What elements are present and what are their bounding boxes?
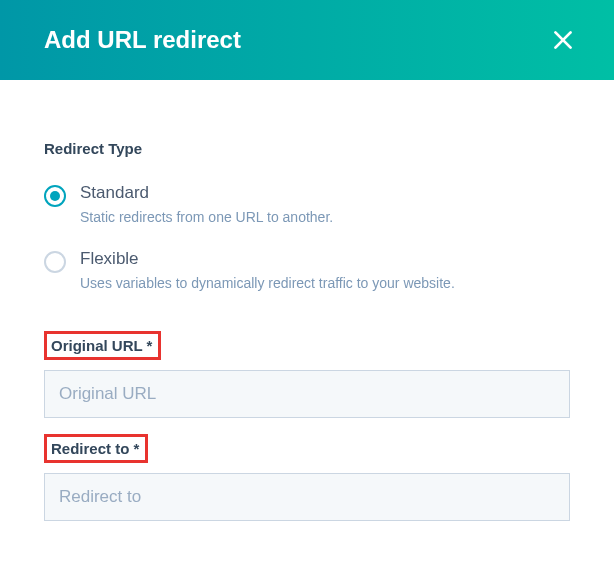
radio-title-flexible: Flexible — [80, 249, 570, 269]
radio-button-standard[interactable] — [44, 185, 66, 207]
radio-text-flexible: Flexible Uses variables to dynamically r… — [80, 249, 570, 291]
radio-title-standard: Standard — [80, 183, 570, 203]
original-url-label: Original URL * — [44, 331, 161, 360]
radio-option-standard[interactable]: Standard Static redirects from one URL t… — [44, 183, 570, 225]
radio-dot-icon — [50, 191, 60, 201]
modal-title: Add URL redirect — [44, 26, 241, 54]
redirect-to-input[interactable] — [44, 473, 570, 521]
redirect-type-label: Redirect Type — [44, 140, 570, 157]
radio-option-flexible[interactable]: Flexible Uses variables to dynamically r… — [44, 249, 570, 291]
radio-button-flexible[interactable] — [44, 251, 66, 273]
modal-header: Add URL redirect — [0, 0, 614, 80]
radio-text-standard: Standard Static redirects from one URL t… — [80, 183, 570, 225]
modal-content: Redirect Type Standard Static redirects … — [0, 80, 614, 521]
original-url-input[interactable] — [44, 370, 570, 418]
close-icon[interactable] — [550, 27, 576, 53]
radio-desc-flexible: Uses variables to dynamically redirect t… — [80, 275, 570, 291]
redirect-to-label: Redirect to * — [44, 434, 148, 463]
radio-desc-standard: Static redirects from one URL to another… — [80, 209, 570, 225]
